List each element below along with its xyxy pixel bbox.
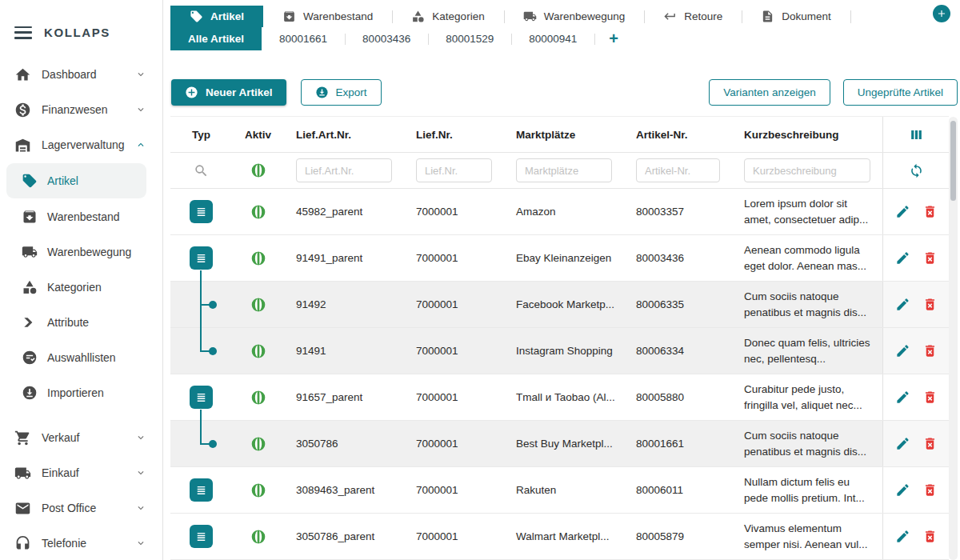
sidebar-item-lagerverwaltung[interactable]: Lagerverwaltung [0,127,162,162]
active-status-icon [250,390,266,406]
vertical-scrollbar[interactable] [949,117,958,560]
delete-button[interactable] [922,204,938,219]
filter-kurzbeschreibung-input[interactable] [744,158,870,182]
sidebar-item-verkauf[interactable]: Verkauf [0,420,162,455]
show-variants-button[interactable]: Varianten anzeigen [709,79,830,106]
filter-lief-nr-input[interactable] [416,158,492,182]
add-tab-button[interactable] [933,5,950,22]
sidebar-item-warenbewegung[interactable]: Warenbewegung [0,234,162,270]
subtab-80001661[interactable]: 80001661 [262,27,345,50]
tab-artikel[interactable]: Artikel [170,6,263,27]
edit-button[interactable] [895,250,910,266]
artikel-nr-cell: 80006335 [624,298,732,310]
delete-button[interactable] [922,390,938,405]
sidebar-item-attribute[interactable]: Attribute [0,305,162,340]
button-label: Ungeprüfte Artikel [858,86,943,98]
lief-nr-cell: 7000001 [404,530,504,542]
filter-marktplaetze-input[interactable] [516,158,612,182]
tab-dokument[interactable]: Dokument [742,6,850,27]
tab-kategorien[interactable]: Kategorien [392,6,503,27]
table-row: 3089463_parent 7000001 Rakuten 80006011 … [170,467,949,514]
edit-button[interactable] [895,343,910,358]
delete-button[interactable] [922,343,938,358]
sidebar-item-dashboard[interactable]: Dashboard [0,57,162,92]
edit-button[interactable] [895,390,910,405]
delete-button[interactable] [922,297,938,312]
pencil-icon [895,297,910,312]
return-icon [663,10,677,23]
delete-button[interactable] [922,529,938,544]
edit-button[interactable] [895,297,910,312]
truck-icon [22,244,38,260]
sidebar-item-artikel[interactable]: Artikel [6,163,146,198]
pencil-icon [895,482,910,498]
tab-separator [850,10,851,23]
truck-icon [523,10,537,23]
sidebar-bottom-group: Verkauf Einkauf Post Office Telefonie [0,420,162,560]
expand-variants-button[interactable] [190,386,213,409]
expand-variants-button[interactable] [190,525,213,548]
articles-table: Typ Aktiv Lief.Art.Nr. Lief.Nr. Marktplä… [170,116,949,560]
sidebar-item-finanzwesen[interactable]: Finanzwesen [0,92,162,127]
expand-variants-button[interactable] [190,478,213,502]
tab-warenbewegung[interactable]: Warenbewegung [504,6,645,27]
column-header-lief-art-nr: Lief.Art.Nr. [284,129,404,141]
kurzbeschreibung-cell: Curabitur pede justo, fringilla vel, ali… [732,382,882,412]
expand-variants-button[interactable] [190,246,213,270]
sidebar-item-label: Warenbewegung [47,246,131,258]
subtab-label: 80001661 [279,33,327,45]
delete-button[interactable] [922,482,938,498]
kurzbeschreibung-cell: Aenean commodo ligula eget dolor. Aenean… [732,242,882,273]
sidebar-item-warenbestand[interactable]: Warenbestand [0,199,162,234]
lief-art-nr-cell: 91491_parent [284,252,404,264]
unverified-articles-button[interactable]: Ungeprüfte Artikel [843,79,958,106]
delete-button[interactable] [922,436,938,451]
edit-button[interactable] [895,529,910,544]
new-article-button[interactable]: Neuer Artikel [171,79,286,106]
chevron-down-icon [135,538,146,549]
export-button[interactable]: Export [301,79,382,106]
sidebar-header: KOLLAPS [0,0,162,39]
sidebar-item-label: Kategorien [47,281,102,294]
marktplatz-cell: Ebay Kleinanzeigen [504,252,624,264]
menu-icon[interactable] [14,26,32,39]
list-icon [194,482,209,498]
sidebar-item-telefonie[interactable]: Telefonie [0,526,162,560]
subtab-80000941[interactable]: 80000941 [511,27,594,50]
sidebar-item-importieren[interactable]: Importieren [0,375,162,410]
purchase-truck-icon [14,465,31,482]
search-icon[interactable] [170,153,232,188]
column-header-marktplaetze: Marktplätze [504,129,624,141]
subtab-alle-artikel[interactable]: Alle Artikel [170,27,262,50]
expand-variants-button[interactable] [190,200,213,223]
marktplatz-cell: Rakuten [504,484,624,496]
edit-button[interactable] [895,436,910,451]
warehouse-icon [14,137,31,154]
delete-button[interactable] [922,250,938,266]
filter-lief-art-nr-input[interactable] [296,158,392,182]
kurzbeschreibung-cell: Vivamus elementum semper nisi. Aenean vu… [732,521,882,551]
aktiv-filter-toggle[interactable] [232,153,284,188]
sidebar-item-post-office[interactable]: Post Office [0,490,162,526]
tab-warenbestand[interactable]: Warenbestand [263,6,392,27]
edit-button[interactable] [895,482,910,498]
tab-label: Dokument [782,10,831,22]
column-settings-button[interactable] [882,117,949,152]
add-article-tab-button[interactable]: + [594,27,633,50]
filter-artikel-nr-input[interactable] [636,158,720,182]
subtab-80003436[interactable]: 80003436 [345,27,428,50]
pencil-icon [895,204,910,219]
sidebar-item-einkauf[interactable]: Einkauf [0,455,162,490]
edit-button[interactable] [895,204,910,219]
sidebar-item-auswahllisten[interactable]: Auswahllisten [0,340,162,375]
scrollbar-thumb[interactable] [950,121,956,201]
subtab-80001529[interactable]: 80001529 [428,27,511,50]
sidebar-item-label: Warenbestand [47,210,120,223]
refresh-button[interactable] [882,153,949,188]
sidebar-item-label: Verkauf [42,431,79,444]
lief-art-nr-cell: 91492 [284,298,404,310]
sidebar-item-kategorien[interactable]: Kategorien [0,270,162,305]
tab-retoure[interactable]: Retoure [644,6,742,27]
trash-icon [922,529,938,544]
artikel-nr-cell: 80001661 [624,438,732,450]
